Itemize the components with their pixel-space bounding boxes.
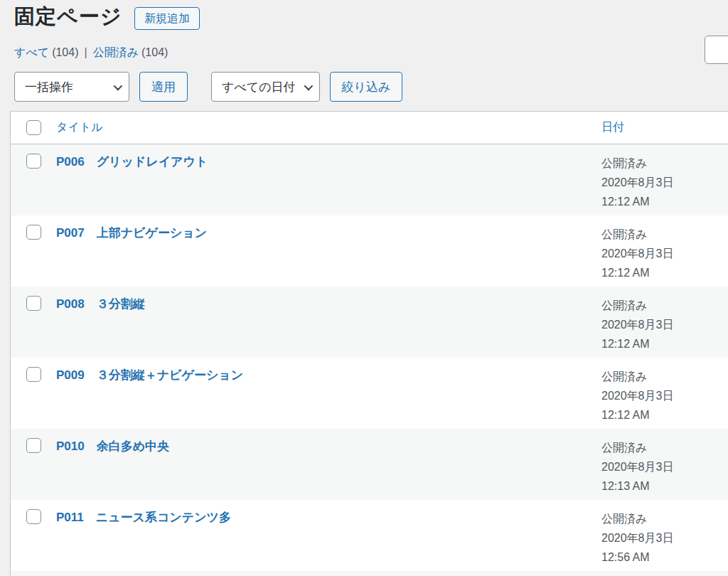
page-title-link[interactable]: P007 上部ナビゲーション [56,226,207,240]
row-checkbox[interactable] [26,438,41,453]
time-text: 12:12 AM [601,334,728,353]
table-row: P006 グリッドレイアウト 公開済み 2020年8月3日 12:12 AM [11,144,728,215]
header-checkbox-cell [11,120,56,135]
time-text: 12:13 AM [601,476,728,496]
table-row: P010 余白多め中央 公開済み 2020年8月3日 12:13 AM [11,429,728,500]
next-row-partial [11,571,728,576]
view-filter-links: すべて(104)|公開済み(104) [14,46,168,60]
time-text: 12:12 AM [601,263,728,282]
date-text: 2020年8月3日 [601,315,728,334]
status-text: 公開済み [601,225,728,244]
date-cell: 公開済み 2020年8月3日 12:12 AM [601,154,728,215]
table-header-row: タイトル 日付 [11,112,728,144]
date-filter-selected-value: すべての日付 [222,79,296,95]
status-text: 公開済み [601,509,728,528]
status-text: 公開済み [601,154,728,173]
row-checkbox[interactable] [26,225,41,240]
page-title-link[interactable]: P008 ３分割縦 [56,297,145,311]
date-cell: 公開済み 2020年8月3日 12:12 AM [601,296,728,358]
view-published-count: (104) [141,46,168,58]
status-text: 公開済み [601,438,728,457]
page-title-link[interactable]: P011 ニュース系コンテンツ多 [56,511,231,524]
row-checkbox[interactable] [26,509,41,524]
page-title-link[interactable]: P010 余白多め中央 [56,439,169,453]
date-filter-select[interactable]: すべての日付 [211,72,320,102]
date-cell: 公開済み 2020年8月3日 12:13 AM [601,438,728,500]
table-row: P009 ３分割縦＋ナビゲーション 公開済み 2020年8月3日 12:12 A… [11,358,728,429]
view-separator: | [84,46,87,58]
search-input[interactable] [705,36,728,64]
view-all-link[interactable]: すべて [14,46,49,58]
bulk-action-selected-value: 一括操作 [25,79,73,95]
page-title: 固定ページ [14,3,122,31]
date-text: 2020年8月3日 [601,386,728,405]
page-title-link[interactable]: P006 グリッドレイアウト [56,155,208,169]
row-checkbox[interactable] [26,367,41,382]
date-cell: 公開済み 2020年8月3日 12:12 AM [601,367,728,429]
time-text: 12:12 AM [601,405,728,425]
date-text: 2020年8月3日 [601,244,728,263]
view-published-link[interactable]: 公開済み [93,46,139,58]
page-title-link[interactable]: P009 ３分割縦＋ナビゲーション [56,368,243,382]
row-checkbox[interactable] [26,296,41,311]
time-text: 12:12 AM [601,192,728,211]
add-new-button[interactable]: 新規追加 [134,7,200,30]
time-text: 12:56 AM [601,548,728,567]
header-date-cell: 日付 [601,120,728,135]
table-row: P011 ニュース系コンテンツ多 公開済み 2020年8月3日 12:56 AM [11,500,728,571]
chevron-down-icon [304,81,313,90]
select-all-checkbox[interactable] [26,120,41,135]
filter-button[interactable]: 絞り込み [330,72,403,102]
pages-list-table: タイトル 日付 P006 グリッドレイアウト 公開済み 2020年8月3日 12… [10,111,728,576]
view-all-count: (104) [52,46,78,58]
bulk-actions-toolbar: 一括操作 適用 すべての日付 絞り込み [14,72,402,102]
header-title-cell: タイトル [56,120,601,135]
date-text: 2020年8月3日 [601,528,728,548]
bulk-action-select[interactable]: 一括操作 [14,72,129,102]
sort-by-date-link[interactable]: 日付 [601,121,624,133]
sort-by-title-link[interactable]: タイトル [56,121,103,133]
date-cell: 公開済み 2020年8月3日 12:56 AM [601,509,728,571]
table-row: P008 ３分割縦 公開済み 2020年8月3日 12:12 AM [11,287,728,358]
date-text: 2020年8月3日 [601,457,728,476]
status-text: 公開済み [601,296,728,315]
status-text: 公開済み [601,367,728,386]
row-checkbox[interactable] [26,154,41,169]
apply-button[interactable]: 適用 [139,72,188,102]
table-row: P007 上部ナビゲーション 公開済み 2020年8月3日 12:12 AM [11,215,728,287]
chevron-down-icon [114,81,123,90]
date-text: 2020年8月3日 [601,173,728,192]
date-cell: 公開済み 2020年8月3日 12:12 AM [601,225,728,287]
